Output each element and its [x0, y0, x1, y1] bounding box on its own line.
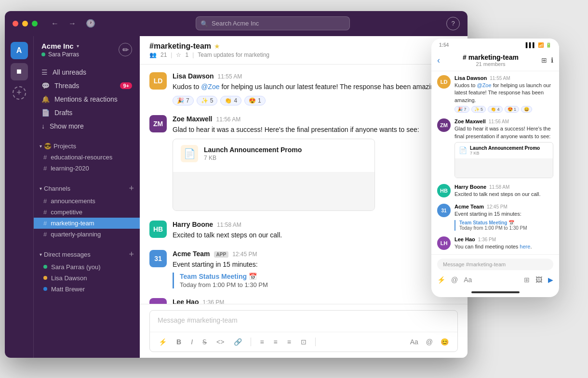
code-button[interactable]: <>	[214, 336, 227, 348]
search-bar-wrapper: 🔍	[105, 16, 441, 30]
mobile-mention-icon[interactable]: @	[451, 276, 458, 284]
channel-item-marketing-team[interactable]: # marketing-team	[34, 218, 140, 229]
show-more-button[interactable]: ↓ Show more	[34, 119, 140, 133]
hash-icon: #	[43, 209, 47, 216]
mobile-avatar: HB	[437, 184, 451, 197]
workspace-name-wrapper[interactable]: Acme Inc ▾	[41, 42, 79, 50]
title-bar: ← → 🕐 🔍 ?	[5, 11, 468, 36]
mobile-file-attachment[interactable]: 📄 Launch Announcement Promo 7 KB	[454, 142, 553, 178]
mobile-reaction[interactable]: 👏 4	[488, 106, 503, 113]
message-content: Lisa Dawson 11:55 AM Kudos to @Zoe for h…	[173, 72, 458, 105]
mention-button[interactable]: @	[423, 336, 436, 348]
mobile-reaction-add[interactable]: 😄	[521, 106, 532, 113]
search-input[interactable]	[196, 16, 350, 30]
channel-label: quarterly-planning	[51, 231, 101, 238]
mobile-reaction[interactable]: 🎉 7	[454, 106, 469, 113]
dm-item-lisa[interactable]: Lisa Dawson	[34, 273, 140, 284]
mobile-author: Zoe Maxwell	[454, 118, 486, 124]
channel-item-quarterly-planning[interactable]: # quarterly-planning	[34, 229, 140, 240]
mobile-gallery-icon[interactable]: ⊞	[541, 56, 547, 64]
link-button[interactable]: 🔗	[231, 336, 245, 348]
strikethrough-button[interactable]: S̶	[200, 336, 210, 348]
sidebar-item-mentions[interactable]: 🔔 Mentions & reactions	[34, 92, 140, 106]
battery-icon: 🔋	[546, 42, 551, 48]
maximize-button[interactable]	[32, 21, 38, 26]
hash-icon: #	[43, 154, 47, 161]
lightning-button[interactable]: ⚡	[156, 336, 170, 348]
reactions: 🎉 7 ✨ 5 👏 4 😍 1	[173, 96, 458, 105]
message-content: Zoe Maxwell 11:56 AM Glad to hear it was…	[173, 115, 458, 211]
mobile-image-icon[interactable]: 🖼	[535, 276, 542, 284]
emoji-button[interactable]: 😊	[438, 336, 452, 348]
toolbar-separator	[251, 338, 251, 346]
chat-header: #marketing-team ★ 👥 21 | ☆ 1 | Team upda…	[140, 36, 468, 65]
add-workspace-button[interactable]: +	[13, 86, 26, 100]
mobile-format-icon[interactable]: Aa	[464, 276, 472, 284]
mobile-lightning-icon[interactable]: ⚡	[437, 276, 445, 284]
mobile-time: 12:45 PM	[487, 204, 508, 209]
channel-item-competitive[interactable]: # competitive	[34, 207, 140, 218]
mobile-message-input[interactable]: Message #marketing-team	[437, 259, 553, 270]
close-button[interactable]	[13, 21, 18, 26]
avatar: 31	[149, 250, 167, 267]
avatar: LD	[149, 72, 167, 90]
channel-item-announcements[interactable]: # announcements	[34, 196, 140, 207]
mobile-event-title[interactable]: Team Status Meeting 📅	[459, 220, 553, 225]
mobile-reaction[interactable]: ✨ 5	[471, 106, 486, 113]
dm-item-matt[interactable]: Matt Brewer	[34, 284, 140, 295]
channel-item-educational-resources[interactable]: # educational-resources	[34, 152, 140, 163]
event-time: Today from 1:00 PM to 1:30 PM	[180, 281, 458, 288]
star-icon[interactable]: ★	[214, 42, 220, 50]
block-button[interactable]: ⊡	[298, 336, 309, 348]
projects-section-header[interactable]: ▾ 😎 Projects	[34, 141, 140, 152]
mobile-back-button[interactable]: ‹	[437, 55, 440, 65]
compose-button[interactable]: ✏	[119, 43, 132, 56]
dm-item-sara[interactable]: Sara Parras (you)	[34, 261, 140, 273]
reaction-button[interactable]: ✨ 5	[197, 96, 218, 105]
forward-button[interactable]: →	[65, 17, 80, 30]
mobile-attach-icon[interactable]: ⊞	[524, 276, 530, 284]
mobile-channel-name: # marketing-team	[444, 53, 537, 61]
workspace-icon[interactable]: A	[11, 42, 28, 59]
mobile-msg-content: Lisa Dawson 11:55 AM Kudos to @Zoe for h…	[454, 75, 553, 113]
channel-description: Team updates for marketing	[198, 52, 269, 58]
channels-section: ▾ Channels + # announcements # competiti…	[34, 176, 140, 242]
history-button[interactable]: 🕐	[82, 17, 99, 30]
unordered-list-button[interactable]: ≡	[271, 336, 281, 348]
mobile-msg-header: Lee Hao 1:36 PM	[454, 236, 553, 242]
mobile-link[interactable]: here	[520, 244, 530, 249]
reaction-button[interactable]: 🎉 7	[173, 96, 194, 105]
message-input-placeholder[interactable]: Message #marketing-team	[150, 311, 457, 332]
channel-item-learning-2020[interactable]: # learning-2020	[34, 163, 140, 174]
mobile-message-row: LD Lisa Dawson 11:55 AM Kudos to @Zoe fo…	[437, 75, 553, 113]
help-button[interactable]: ?	[446, 17, 460, 30]
message-input-box: Message #marketing-team ⚡ B I S̶ <> 🔗 ≡ …	[149, 310, 458, 352]
bold-button[interactable]: B	[174, 336, 184, 348]
italic-button[interactable]: I	[188, 336, 196, 348]
minimize-button[interactable]	[22, 21, 28, 26]
toolbar-right: Aa @ 😊	[407, 336, 452, 348]
sidebar-item-all-unreads[interactable]: ☰ All unreads	[34, 65, 140, 79]
event-title[interactable]: Team Status Meeting 📅	[180, 273, 458, 280]
mobile-info-icon[interactable]: ℹ	[551, 56, 553, 64]
sidebar-item-drafts[interactable]: 📄 Drafts	[34, 106, 140, 119]
dm-section-header[interactable]: ▾ Direct messages +	[34, 248, 140, 261]
format-button[interactable]: Aa	[407, 336, 421, 348]
back-button[interactable]: ←	[47, 17, 63, 30]
mobile-reactions: 🎉 7 ✨ 5 👏 4 😍 1 😄	[454, 106, 553, 113]
projects-label: Projects	[53, 143, 76, 150]
file-attachment[interactable]: 📄 Launch Announcement Promo 7 KB	[173, 139, 375, 211]
ordered-list-button[interactable]: ≡	[257, 336, 267, 348]
add-dm-button[interactable]: +	[129, 249, 134, 260]
reaction-button[interactable]: 😍 1	[244, 96, 266, 105]
threads-label: Threads	[54, 82, 79, 90]
sidebar-item-threads[interactable]: 💬 Threads 9+	[34, 79, 140, 92]
mobile-reaction[interactable]: 😍 1	[505, 106, 520, 113]
channels-section-header[interactable]: ▾ Channels +	[34, 182, 140, 196]
add-channel-button[interactable]: +	[129, 183, 134, 194]
second-workspace-icon[interactable]: ■	[11, 63, 28, 80]
reaction-button[interactable]: 👏 4	[220, 96, 241, 105]
indent-button[interactable]: ≡	[284, 336, 294, 348]
mobile-send-icon[interactable]: ▶	[548, 276, 553, 284]
message-author: Harry Boone	[173, 221, 213, 228]
